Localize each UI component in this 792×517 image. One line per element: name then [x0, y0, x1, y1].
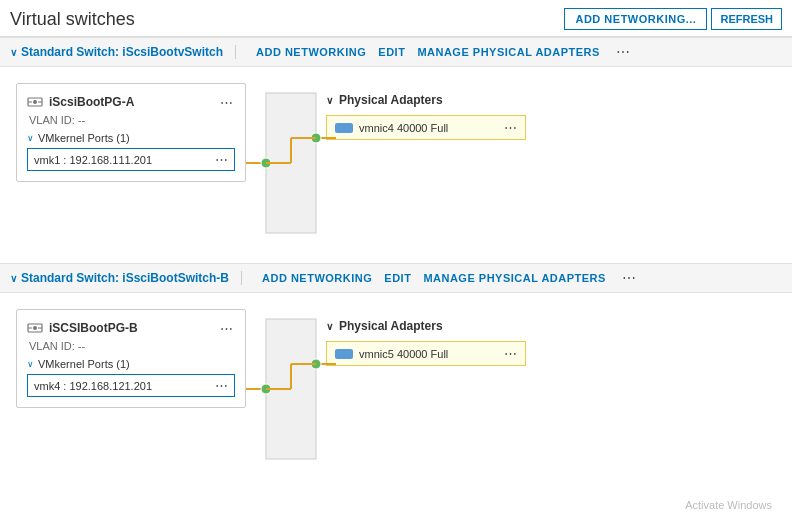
vmkernel-label-a: ∨ VMkernel Ports (1) [27, 132, 235, 144]
pa-label-b: Physical Adapters [339, 319, 443, 333]
switch-more-button-b[interactable]: ⋯ [618, 270, 640, 286]
adapter-name-b-0: vmnic5 40000 Full [359, 348, 448, 360]
adapter-item-a-0: vmnic4 40000 Full ⋯ [326, 115, 526, 140]
switch-name-a: Standard Switch: iScsiBootvSwitch [21, 45, 223, 59]
pg-name-b: iSCSIBootPG-B [49, 321, 138, 335]
add-networking-button[interactable]: ADD NETWORKING... [564, 8, 707, 30]
port-group-icon-b [27, 320, 43, 336]
adapter-name-a-0: vmnic4 40000 Full [359, 122, 448, 134]
port-name-a: vmk1 : 192.168.111.201 [34, 154, 152, 166]
vmkernel-chevron-icon-a: ∨ [27, 133, 34, 143]
header-buttons: ADD NETWORKING... REFRESH [564, 8, 782, 30]
watermark: Activate Windows [685, 499, 772, 511]
main-page: Virtual switches ADD NETWORKING... REFRE… [0, 0, 792, 517]
pg-title-area-a: iScsiBootPG-A [27, 94, 134, 110]
manage-physical-adapters-link-b[interactable]: MANAGE PHYSICAL ADAPTERS [423, 272, 606, 284]
manage-physical-adapters-link-a[interactable]: MANAGE PHYSICAL ADAPTERS [417, 46, 600, 58]
port-more-button-b[interactable]: ⋯ [215, 378, 228, 393]
pg-title-area-b: iSCSIBootPG-B [27, 320, 138, 336]
port-item-a: vmk1 : 192.168.111.201 ⋯ [27, 148, 235, 171]
svg-point-13 [33, 326, 37, 330]
adapter-more-button-b-0[interactable]: ⋯ [504, 346, 517, 361]
pg-header-a: iScsiBootPG-A ⋯ [27, 94, 235, 110]
port-item-b: vmk4 : 192.168.121.201 ⋯ [27, 374, 235, 397]
switch-body-a: iScsiBootPG-A ⋯ VLAN ID: -- ∨ VMkernel P… [0, 67, 792, 263]
vmkernel-ports-label-a: VMkernel Ports (1) [38, 132, 130, 144]
pa-header-b: ∨ Physical Adapters [326, 319, 526, 333]
pg-more-button-b[interactable]: ⋯ [218, 321, 235, 336]
switch-body-b: iSCSIBootPG-B ⋯ VLAN ID: -- ∨ VMkernel P… [0, 293, 792, 489]
add-networking-link-a[interactable]: ADD NETWORKING [256, 46, 366, 58]
physical-adapters-b: ∨ Physical Adapters vmnic5 40000 Full ⋯ [326, 309, 526, 366]
physical-adapters-a: ∨ Physical Adapters vmnic4 40000 Full ⋯ [326, 83, 526, 140]
pa-chevron-icon-a: ∨ [326, 95, 333, 106]
edit-link-b[interactable]: EDIT [384, 272, 411, 284]
switch-title-a[interactable]: ∨ Standard Switch: iScsiBootvSwitch [10, 45, 223, 59]
port-more-button-a[interactable]: ⋯ [215, 152, 228, 167]
adapter-left-b-0: vmnic5 40000 Full [335, 348, 448, 360]
vmkernel-chevron-icon-b: ∨ [27, 359, 34, 369]
switch-section-a: ∨ Standard Switch: iScsiBootvSwitch ADD … [0, 37, 792, 263]
pg-vlan-a: VLAN ID: -- [27, 114, 235, 126]
adapter-icon-b-0 [335, 349, 353, 359]
add-networking-link-b[interactable]: ADD NETWORKING [262, 272, 372, 284]
switch-header-b: ∨ Standard Switch: iSsciBootSwitch-B ADD… [0, 263, 792, 293]
switch-header-a: ∨ Standard Switch: iScsiBootvSwitch ADD … [0, 37, 792, 67]
pa-chevron-icon-b: ∨ [326, 321, 333, 332]
connector-svg-b [246, 309, 326, 469]
port-group-card-b: iSCSIBootPG-B ⋯ VLAN ID: -- ∨ VMkernel P… [16, 309, 246, 408]
refresh-button[interactable]: REFRESH [711, 8, 782, 30]
adapter-icon-a-0 [335, 123, 353, 133]
switch-title-b[interactable]: ∨ Standard Switch: iSsciBootSwitch-B [10, 271, 229, 285]
adapter-more-button-a-0[interactable]: ⋯ [504, 120, 517, 135]
edit-link-a[interactable]: EDIT [378, 46, 405, 58]
connector-svg-a [246, 83, 326, 243]
switch-actions-b: ADD NETWORKING EDIT MANAGE PHYSICAL ADAP… [262, 270, 640, 286]
chevron-down-icon-b: ∨ [10, 273, 17, 284]
pa-header-a: ∨ Physical Adapters [326, 93, 526, 107]
page-header: Virtual switches ADD NETWORKING... REFRE… [0, 0, 792, 37]
pa-label-a: Physical Adapters [339, 93, 443, 107]
svg-point-1 [33, 100, 37, 104]
switch-section-b: ∨ Standard Switch: iSsciBootSwitch-B ADD… [0, 263, 792, 489]
page-title: Virtual switches [10, 9, 135, 30]
switch-actions-a: ADD NETWORKING EDIT MANAGE PHYSICAL ADAP… [256, 44, 634, 60]
vmkernel-label-b: ∨ VMkernel Ports (1) [27, 358, 235, 370]
pg-name-a: iScsiBootPG-A [49, 95, 134, 109]
pg-header-b: iSCSIBootPG-B ⋯ [27, 320, 235, 336]
connector-area-a [246, 83, 326, 243]
chevron-down-icon-a: ∨ [10, 47, 17, 58]
adapter-left-a-0: vmnic4 40000 Full [335, 122, 448, 134]
port-name-b: vmk4 : 192.168.121.201 [34, 380, 152, 392]
pg-more-button-a[interactable]: ⋯ [218, 95, 235, 110]
port-group-card-a: iScsiBootPG-A ⋯ VLAN ID: -- ∨ VMkernel P… [16, 83, 246, 182]
adapter-item-b-0: vmnic5 40000 Full ⋯ [326, 341, 526, 366]
port-group-icon-a [27, 94, 43, 110]
divider-a [235, 45, 236, 59]
pg-vlan-b: VLAN ID: -- [27, 340, 235, 352]
switch-more-button-a[interactable]: ⋯ [612, 44, 634, 60]
switch-name-b: Standard Switch: iSsciBootSwitch-B [21, 271, 229, 285]
divider-b [241, 271, 242, 285]
connector-area-b [246, 309, 326, 469]
vmkernel-ports-label-b: VMkernel Ports (1) [38, 358, 130, 370]
